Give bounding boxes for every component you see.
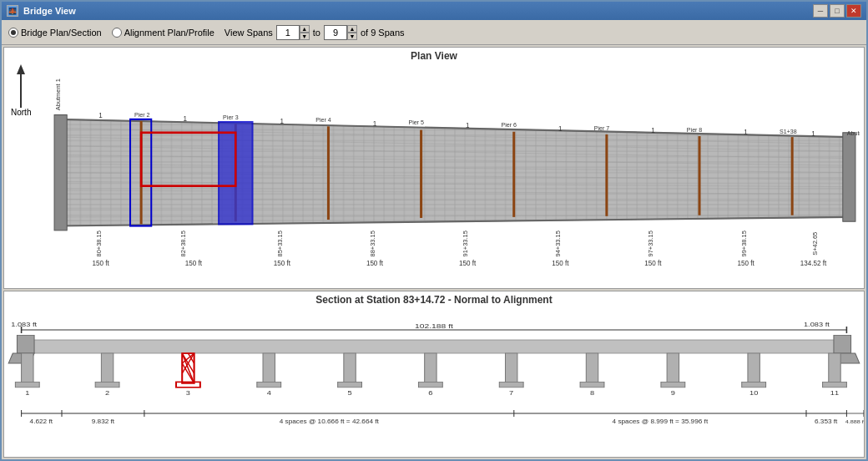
svg-text:150 ft: 150 ft bbox=[459, 259, 477, 267]
plan-view-svg[interactable]: 80+38.15 82+38.15 85+33.15 88+33.15 91+3… bbox=[50, 66, 860, 288]
close-button[interactable]: ✕ bbox=[846, 4, 861, 18]
svg-text:9: 9 bbox=[671, 389, 676, 397]
span-to-input[interactable] bbox=[324, 25, 347, 40]
svg-text:150 ft: 150 ft bbox=[93, 259, 110, 267]
svg-text:11: 11 bbox=[830, 389, 840, 397]
svg-rect-79 bbox=[95, 382, 119, 387]
svg-text:1: 1 bbox=[25, 389, 30, 397]
svg-rect-91 bbox=[257, 382, 281, 387]
svg-text:Pier 8: Pier 8 bbox=[687, 126, 702, 134]
svg-rect-15 bbox=[54, 115, 67, 230]
svg-text:Pier 2: Pier 2 bbox=[134, 110, 149, 118]
svg-text:91+33.15: 91+33.15 bbox=[462, 230, 469, 256]
svg-text:5: 5 bbox=[347, 389, 352, 397]
svg-text:Pier 7: Pier 7 bbox=[594, 124, 609, 131]
toolbar: Bridge Plan/Section Alignment Plan/Profi… bbox=[2, 20, 866, 45]
svg-rect-101 bbox=[661, 382, 685, 387]
svg-text:9.832 ft: 9.832 ft bbox=[92, 418, 114, 425]
section-view-svg[interactable]: 1.083 ft 1.083 ft 102.188 ft bbox=[4, 310, 864, 457]
north-arrow-head bbox=[17, 64, 25, 74]
svg-text:1: 1 bbox=[811, 129, 815, 138]
svg-text:97+33.15: 97+33.15 bbox=[648, 230, 655, 256]
alignment-plan-label: Alignment Plan/Profile bbox=[124, 28, 214, 38]
svg-text:Pier 6: Pier 6 bbox=[502, 121, 517, 129]
svg-text:1: 1 bbox=[183, 114, 187, 123]
bridge-plan-radio-label[interactable]: Bridge Plan/Section bbox=[8, 28, 102, 38]
svg-text:4 spaces @ 10.666 ft = 42.664 : 4 spaces @ 10.666 ft = 42.664 ft bbox=[280, 418, 379, 425]
to-label: to bbox=[313, 28, 320, 38]
svg-text:Abutment 1: Abutment 1 bbox=[54, 79, 62, 110]
section-title: Section at Station 83+14.72 - Normal to … bbox=[4, 291, 864, 308]
span-from-down[interactable]: ▼ bbox=[300, 33, 310, 40]
svg-text:1: 1 bbox=[744, 128, 748, 136]
alignment-plan-radio[interactable] bbox=[112, 28, 122, 38]
svg-text:150 ft: 150 ft bbox=[366, 259, 384, 267]
plan-view-title: Plan View bbox=[4, 48, 864, 64]
svg-text:1.083 ft: 1.083 ft bbox=[11, 321, 38, 328]
svg-text:88+33.15: 88+33.15 bbox=[369, 230, 376, 256]
svg-text:150 ft: 150 ft bbox=[185, 259, 203, 267]
svg-text:1: 1 bbox=[558, 124, 563, 132]
svg-rect-96 bbox=[505, 353, 517, 383]
view-spans-label: View Spans bbox=[225, 28, 273, 38]
svg-text:82+38.15: 82+38.15 bbox=[179, 230, 187, 256]
svg-text:6.353 ft: 6.353 ft bbox=[815, 418, 837, 425]
svg-text:Abutment 10: Abutment 10 bbox=[847, 129, 860, 137]
svg-rect-103 bbox=[742, 382, 766, 387]
svg-rect-72 bbox=[17, 335, 34, 353]
svg-rect-105 bbox=[823, 382, 847, 387]
svg-text:10: 10 bbox=[749, 389, 759, 397]
svg-text:4.622 ft: 4.622 ft bbox=[30, 418, 53, 425]
svg-rect-104 bbox=[829, 353, 840, 383]
section-view: Section at Station 83+14.72 - Normal to … bbox=[3, 291, 865, 458]
main-content: Plan View North bbox=[2, 45, 866, 459]
north-arrow: North bbox=[11, 64, 31, 117]
span-from-up[interactable]: ▲ bbox=[300, 25, 310, 33]
svg-text:Pier 5: Pier 5 bbox=[408, 119, 423, 126]
svg-text:Pier 3: Pier 3 bbox=[223, 114, 238, 121]
svg-text:1: 1 bbox=[466, 121, 470, 129]
svg-text:1.083 ft: 1.083 ft bbox=[804, 321, 830, 328]
svg-text:1: 1 bbox=[98, 111, 103, 119]
svg-text:S1+38: S1+38 bbox=[780, 128, 797, 135]
span-to-down[interactable]: ▼ bbox=[347, 33, 357, 40]
svg-rect-100 bbox=[667, 353, 679, 383]
svg-rect-76 bbox=[22, 353, 33, 383]
svg-text:1: 1 bbox=[280, 117, 285, 125]
svg-text:99+38.15: 99+38.15 bbox=[740, 230, 748, 256]
svg-text:150 ft: 150 ft bbox=[737, 259, 754, 267]
svg-text:1: 1 bbox=[651, 126, 655, 134]
span-to-up[interactable]: ▲ bbox=[347, 25, 357, 33]
svg-rect-77 bbox=[15, 382, 39, 387]
svg-text:6: 6 bbox=[428, 389, 433, 397]
plan-view: Plan View North bbox=[3, 47, 865, 289]
main-window: 🌉 Bridge View ─ □ ✕ Bridge Plan/Section … bbox=[0, 0, 868, 461]
svg-text:102.188 ft: 102.188 ft bbox=[415, 322, 453, 330]
svg-text:3: 3 bbox=[186, 389, 191, 397]
svg-text:94+33.15: 94+33.15 bbox=[554, 230, 562, 256]
svg-rect-102 bbox=[748, 353, 760, 383]
span-to-spinner: ▲ ▼ bbox=[347, 25, 357, 40]
span-from-spinner: ▲ ▼ bbox=[300, 25, 310, 40]
alignment-plan-radio-label[interactable]: Alignment Plan/Profile bbox=[112, 28, 214, 38]
bridge-plan-label: Bridge Plan/Section bbox=[21, 28, 102, 38]
svg-text:150 ft: 150 ft bbox=[552, 259, 569, 267]
title-bar-left: 🌉 Bridge View bbox=[7, 5, 76, 17]
minimize-button[interactable]: ─ bbox=[813, 4, 828, 18]
svg-rect-92 bbox=[344, 353, 356, 383]
north-label: North bbox=[11, 108, 31, 117]
svg-rect-16 bbox=[843, 133, 855, 221]
svg-rect-93 bbox=[338, 382, 362, 387]
svg-text:4.888 ft: 4.888 ft bbox=[845, 419, 864, 424]
svg-rect-95 bbox=[418, 382, 442, 387]
svg-rect-99 bbox=[580, 382, 604, 387]
span-from-input[interactable] bbox=[276, 25, 300, 40]
window-title: Bridge View bbox=[23, 6, 76, 16]
svg-text:8: 8 bbox=[590, 389, 595, 397]
bridge-plan-radio[interactable] bbox=[8, 28, 18, 38]
of-spans-label: of 9 Spans bbox=[361, 28, 405, 38]
svg-rect-94 bbox=[425, 353, 437, 383]
maximize-button[interactable]: □ bbox=[830, 4, 845, 18]
svg-rect-98 bbox=[586, 353, 598, 383]
svg-rect-90 bbox=[263, 353, 275, 383]
